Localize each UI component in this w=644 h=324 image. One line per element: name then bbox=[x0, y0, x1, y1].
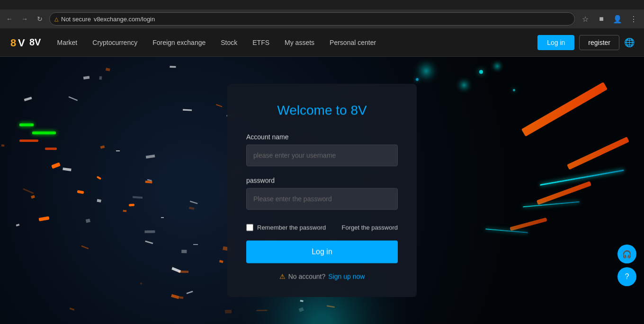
extensions-button[interactable]: ■ bbox=[595, 12, 608, 26]
password-group: password bbox=[246, 176, 398, 217]
form-options: Remember the password Forget the passwor… bbox=[246, 224, 398, 231]
main-nav: Market Cryptocurrency Foreign exchange S… bbox=[50, 35, 537, 50]
main-content: Welcome to 8V Account name password Reme… bbox=[0, 57, 644, 324]
forget-password-link[interactable]: Forget the password bbox=[341, 224, 398, 231]
cyan-dot-3 bbox=[513, 89, 515, 91]
security-label: Not secure bbox=[61, 16, 91, 23]
help-button[interactable]: ? bbox=[617, 267, 636, 286]
language-button[interactable]: 🌐 bbox=[624, 37, 635, 48]
toolbar-actions: ☆ ■ 👤 ⋮ bbox=[579, 12, 640, 26]
svg-text:8: 8 bbox=[10, 37, 16, 49]
app: 8 V 8V Market Cryptocurrency Foreign exc… bbox=[0, 28, 644, 324]
header-actions: Log in register 🌐 bbox=[537, 35, 635, 50]
address-bar[interactable]: △ Not secure v8exchange.com/login bbox=[49, 12, 575, 26]
nav-market[interactable]: Market bbox=[50, 35, 84, 50]
url-text: v8exchange.com/login bbox=[94, 16, 155, 23]
login-button[interactable]: Log in bbox=[537, 35, 574, 50]
white-glint-3 bbox=[193, 244, 198, 245]
password-label: password bbox=[246, 176, 398, 184]
side-buttons: 🎧 ? bbox=[617, 245, 636, 286]
password-input[interactable] bbox=[246, 188, 398, 210]
browser-chrome: ← → ↻ △ Not secure v8exchange.com/login … bbox=[0, 0, 644, 28]
signup-link[interactable]: Sign up now bbox=[328, 272, 365, 280]
back-button[interactable]: ← bbox=[4, 13, 15, 25]
white-glint-1 bbox=[116, 150, 120, 151]
support-headset-button[interactable]: 🎧 bbox=[617, 245, 636, 263]
remember-area: Remember the password bbox=[246, 224, 326, 231]
forward-button[interactable]: → bbox=[19, 13, 30, 25]
username-input[interactable] bbox=[246, 144, 398, 166]
card-footer: ⚠ No account? Sign up now bbox=[246, 272, 398, 280]
svg-text:V: V bbox=[18, 37, 25, 49]
profile-button[interactable]: 👤 bbox=[611, 12, 624, 26]
submit-login-button[interactable]: Log in bbox=[246, 240, 398, 263]
nav-stock[interactable]: Stock bbox=[214, 35, 244, 50]
account-label: Account name bbox=[246, 133, 398, 140]
nav-my-assets[interactable]: My assets bbox=[278, 35, 321, 50]
orange-particle-5 bbox=[129, 203, 134, 206]
login-card: Welcome to 8V Account name password Reme… bbox=[227, 84, 417, 297]
logo-icon: 8 V bbox=[9, 34, 27, 51]
white-glint-2 bbox=[161, 217, 164, 218]
reload-button[interactable]: ↻ bbox=[34, 13, 45, 25]
logo-area: 8 V 8V bbox=[9, 34, 41, 51]
nav-cryptocurrency[interactable]: Cryptocurrency bbox=[86, 35, 144, 50]
nav-personal-center[interactable]: Personal center bbox=[323, 35, 383, 50]
nav-etfs[interactable]: ETFS bbox=[246, 35, 276, 50]
nav-foreign-exchange[interactable]: Foreign exchange bbox=[146, 35, 212, 50]
red-bar-1 bbox=[19, 140, 38, 142]
site-header: 8 V 8V Market Cryptocurrency Foreign exc… bbox=[0, 28, 644, 57]
green-bar-1 bbox=[19, 123, 34, 126]
logo-text: 8V bbox=[29, 37, 41, 48]
menu-button[interactable]: ⋮ bbox=[627, 12, 640, 26]
browser-toolbar: ← → ↻ △ Not secure v8exchange.com/login … bbox=[0, 9, 644, 28]
card-title: Welcome to 8V bbox=[246, 103, 398, 118]
security-warning-icon: △ bbox=[54, 16, 58, 22]
warning-icon: ⚠ bbox=[279, 272, 286, 280]
no-account-text: No account? bbox=[288, 272, 326, 280]
green-bar-2 bbox=[32, 131, 56, 134]
register-button[interactable]: register bbox=[579, 35, 619, 50]
remember-checkbox[interactable] bbox=[246, 224, 253, 231]
browser-tabs bbox=[0, 0, 644, 9]
username-group: Account name bbox=[246, 133, 398, 174]
bookmark-button[interactable]: ☆ bbox=[579, 12, 592, 26]
remember-label: Remember the password bbox=[257, 224, 326, 231]
red-bar-2 bbox=[45, 148, 57, 150]
